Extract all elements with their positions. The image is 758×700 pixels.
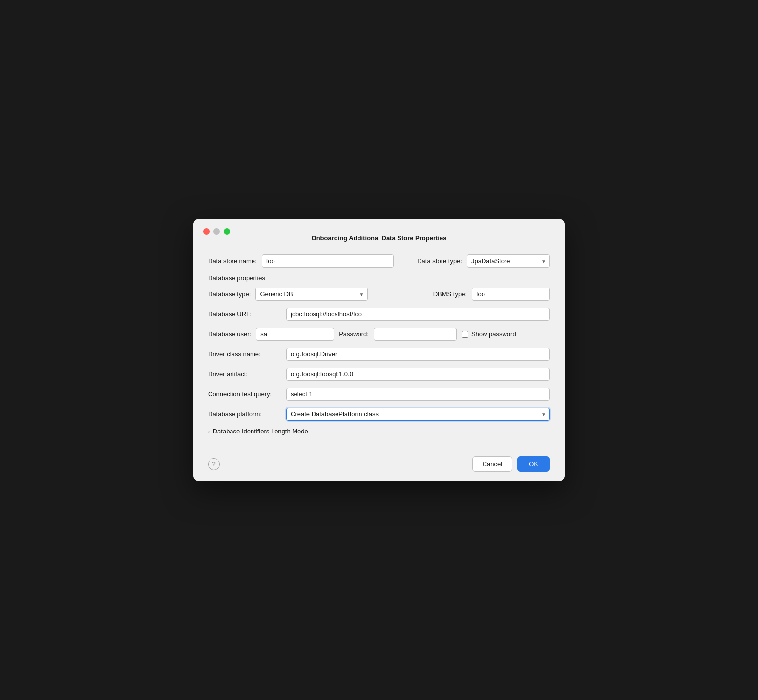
db-url-row: Database URL:	[208, 308, 550, 321]
dialog-footer: ? Cancel OK	[193, 449, 565, 481]
data-store-type-label: Data store type:	[417, 257, 462, 265]
db-type-row: Database type: Generic DB ▼ DBMS type:	[208, 288, 550, 301]
driver-class-input[interactable]	[286, 348, 550, 361]
password-input[interactable]	[374, 328, 457, 341]
database-url-input[interactable]	[286, 308, 550, 321]
show-password-wrapper: Show password	[462, 330, 516, 338]
dbms-type-input[interactable]	[472, 288, 550, 301]
datastore-type-wrapper: JpaDataStore ▼	[467, 254, 550, 268]
show-password-label[interactable]: Show password	[471, 330, 516, 338]
datastore-type-select[interactable]: JpaDataStore	[467, 254, 550, 268]
db-user-row: Database user: Password: Show password	[208, 328, 550, 341]
db-type-wrapper: Generic DB ▼	[255, 288, 368, 301]
connection-test-row: Connection test query:	[208, 388, 550, 401]
database-user-label: Database user:	[208, 330, 251, 338]
title-bar: Onboarding Additional Data Store Propert…	[193, 219, 565, 249]
dialog: Onboarding Additional Data Store Propert…	[193, 219, 565, 481]
cancel-button[interactable]: Cancel	[472, 456, 512, 472]
db-platform-wrapper: Create DatabasePlatform class ▼	[286, 408, 550, 421]
db-platform-row: Database platform: Create DatabasePlatfo…	[208, 408, 550, 421]
driver-artifact-input[interactable]	[286, 368, 550, 381]
dbms-type-label: DBMS type:	[433, 290, 467, 298]
database-platform-label: Database platform:	[208, 411, 286, 418]
database-url-label: Database URL:	[208, 310, 286, 318]
minimize-button[interactable]	[213, 228, 220, 235]
ok-button[interactable]: OK	[517, 456, 550, 472]
data-store-name-input[interactable]	[262, 254, 394, 268]
dialog-title: Onboarding Additional Data Store Propert…	[312, 226, 447, 249]
dialog-body: Data store name: Data store type: JpaDat…	[193, 249, 565, 449]
connection-test-label: Connection test query:	[208, 391, 286, 398]
help-button[interactable]: ?	[208, 458, 220, 470]
footer-buttons: Cancel OK	[472, 456, 550, 472]
data-store-name-label: Data store name:	[208, 257, 257, 265]
maximize-button[interactable]	[224, 228, 230, 235]
driver-class-label: Driver class name:	[208, 350, 286, 358]
chevron-right-icon: ›	[208, 429, 210, 434]
database-properties-label: Database properties	[208, 274, 550, 282]
db-identifiers-row[interactable]: › Database Identifiers Length Mode	[208, 428, 550, 435]
traffic-lights	[203, 228, 230, 235]
show-password-checkbox[interactable]	[462, 331, 468, 338]
database-user-input[interactable]	[256, 328, 334, 341]
db-identifiers-label: Database Identifiers Length Mode	[213, 428, 308, 435]
driver-class-row: Driver class name:	[208, 348, 550, 361]
driver-artifact-label: Driver artifact:	[208, 371, 286, 378]
driver-artifact-row: Driver artifact:	[208, 368, 550, 381]
password-label: Password:	[339, 330, 369, 338]
datastore-row: Data store name: Data store type: JpaDat…	[208, 254, 550, 268]
close-button[interactable]	[203, 228, 210, 235]
database-type-label: Database type:	[208, 290, 251, 298]
database-platform-select[interactable]: Create DatabasePlatform class	[286, 408, 550, 421]
database-type-select[interactable]: Generic DB	[255, 288, 368, 301]
connection-test-input[interactable]	[286, 388, 550, 401]
